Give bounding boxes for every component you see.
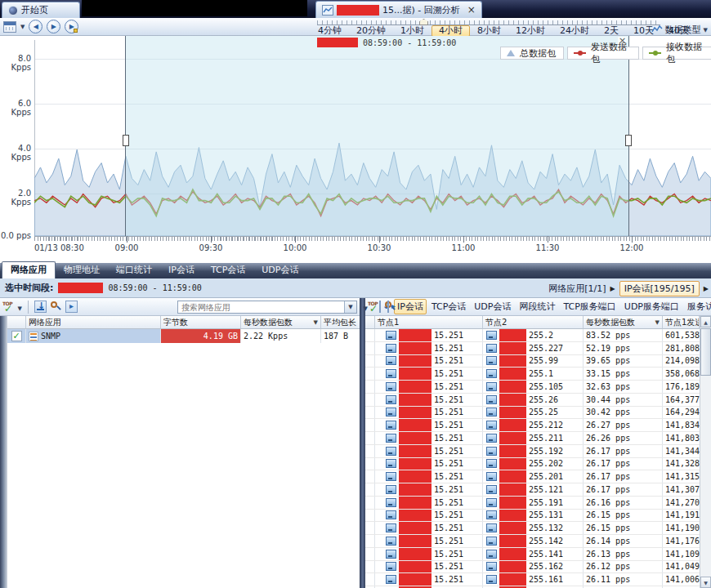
table-row[interactable]: 15.251255.20226.17 pps141,328 (365, 458, 700, 471)
view-tab-IP会话[interactable]: IP会话 (394, 299, 427, 314)
vertical-scrollbar[interactable]: ▲ ▼ (700, 316, 711, 588)
column-header[interactable]: 平均包长 (321, 316, 360, 329)
table-row[interactable]: 15.251255.14226.14 pps141,176 (365, 535, 700, 548)
table-row[interactable]: 15.251255.12126.17 pps141,307 (365, 483, 700, 497)
table-row[interactable]: 15.251255.2530.42 pps164,294 (365, 407, 700, 420)
export-icon[interactable] (65, 301, 78, 313)
table-row[interactable]: ✓ SNMP 4.19 GB 2.22 Kpps 187 B (7, 329, 360, 343)
data-type-control[interactable]: 数据类型 ▼ (651, 24, 708, 36)
table-row[interactable]: 15.251255.19126.16 pps141,270 (365, 497, 700, 510)
pps-cell: 33.15 pps (584, 368, 663, 380)
node2-address: 255.212 (529, 421, 563, 430)
time-range-button[interactable]: 1小时 (393, 25, 432, 37)
table-row[interactable]: 15.251255.21126.26 pps141,803 (365, 432, 700, 445)
section-tab-端口统计[interactable]: 端口统计 (108, 262, 160, 278)
close-icon[interactable]: × (467, 6, 476, 14)
section-tab-TCP会话[interactable]: TCP会话 (203, 262, 253, 278)
table-row[interactable]: 15.251255.20126.17 pps141,315 (365, 470, 700, 483)
tab-start-page[interactable]: 开始页 (2, 2, 80, 18)
section-tab-UDP会话[interactable]: UDP会话 (253, 262, 306, 278)
table-row[interactable]: 15.251255.283.52 pps601,538 (365, 329, 700, 342)
latest-button[interactable]: ▶ (65, 20, 78, 33)
download-icon[interactable] (379, 301, 381, 313)
legend-item[interactable]: 发送数据包 (567, 47, 639, 60)
legend-item[interactable]: 接收数据包 (642, 47, 711, 60)
column-header[interactable]: 字节数 (161, 316, 241, 329)
view-tab-TCP会话[interactable]: TCP会话 (428, 299, 469, 314)
column-header[interactable]: 网络应用 (26, 316, 161, 329)
breadcrumb-current[interactable]: IP会话[195/195] (619, 281, 700, 296)
tab-traceback-analysis[interactable]: 15...据) - 回溯分析 × (315, 1, 482, 18)
table-row[interactable]: 15.251255.9939.65 pps214,098 (365, 355, 700, 368)
search-input[interactable] (178, 303, 344, 312)
view-tab-UDP服务端口[interactable]: UDP服务端口 (621, 299, 682, 314)
time-range-button[interactable]: 12小时 (508, 25, 552, 37)
legend-item[interactable]: 总数据包 (500, 47, 564, 60)
selection-right-handle[interactable] (625, 135, 632, 146)
host-icon (386, 344, 396, 353)
breadcrumb-parent[interactable]: 网络应用[1/1] (548, 283, 606, 295)
view-tab-TCP服务端口[interactable]: TCP服务端口 (560, 299, 619, 314)
table-row[interactable]: 15.251255.16126.11 pps141,006 (365, 573, 700, 586)
node1-sent-cell: 141,307 (663, 483, 700, 496)
column-header[interactable]: 每秒数据包数▼ (584, 316, 663, 329)
time-range-button[interactable]: 24小时 (552, 25, 597, 37)
section-tab-网络应用[interactable]: 网络应用 (2, 261, 56, 278)
row-checkbox[interactable]: ✓ (11, 331, 22, 341)
download-icon[interactable] (34, 301, 47, 313)
row-selector-column-header[interactable] (365, 316, 375, 329)
time-selection-region[interactable]: 08:59:00 - 11:59:00 × (125, 36, 629, 236)
row-selector-cell (365, 432, 375, 444)
table-row[interactable]: 15.251255.2630.44 pps164,377 (365, 394, 700, 407)
major-tick (463, 236, 464, 243)
host-icon (486, 434, 497, 443)
redaction-box (499, 381, 526, 393)
time-range-button[interactable]: 8小时 (470, 25, 508, 37)
view-tab-服务访问[interactable]: 服务访问 (684, 299, 711, 314)
table-row[interactable]: 15.251255.16226.12 pps141,049 (365, 561, 700, 574)
search-icon[interactable] (50, 301, 62, 313)
view-tab-网段统计[interactable]: 网段统计 (516, 299, 558, 314)
top-filter-icon[interactable]: TOP✓▼ (2, 301, 22, 314)
selection-left-handle[interactable] (123, 135, 129, 146)
redaction-box (399, 573, 432, 586)
search-dropdown-arrow[interactable]: ▼ (344, 301, 356, 313)
table-row[interactable]: 15.251255.133.15 pps358,068 (365, 368, 700, 381)
table-row[interactable]: 15.251255.10532.63 pps176,189 (365, 381, 700, 394)
column-header[interactable]: 节点1发送 (663, 316, 700, 329)
time-range-button[interactable]: 4分钟 (311, 25, 349, 37)
calendar-icon[interactable] (3, 21, 16, 33)
table-row[interactable]: 15.251255.21226.27 pps141,834 (365, 419, 700, 432)
calendar-dropdown-arrow[interactable]: ▼ (20, 24, 25, 30)
next-button[interactable]: ▶ (47, 20, 60, 33)
host-icon (486, 485, 497, 494)
table-row[interactable]: 15.251255.13226.15 pps141,190 (365, 522, 700, 535)
scroll-up-icon[interactable]: ▲ (700, 316, 711, 327)
table-row[interactable]: 15.251255.22752.19 pps281,808 (365, 342, 700, 355)
export-icon[interactable] (387, 301, 389, 313)
view-tab-UDP会话[interactable]: UDP会话 (471, 299, 514, 314)
node1-address: 15.251 (434, 344, 463, 353)
scroll-down-icon[interactable]: ▼ (700, 577, 711, 588)
pps-cell: 83.52 pps (584, 329, 663, 341)
column-header[interactable]: 每秒数据包数▼ (241, 316, 321, 329)
section-tab-物理地址[interactable]: 物理地址 (56, 262, 108, 278)
prev-button[interactable]: ◀ (29, 20, 42, 33)
panel-splitter[interactable] (360, 298, 365, 588)
table-row[interactable]: 15.251255.19226.17 pps141,344 (365, 445, 700, 458)
scrollbar-thumb[interactable] (700, 328, 711, 376)
checkbox-column-header[interactable] (7, 316, 26, 329)
section-tab-IP会话[interactable]: IP会话 (160, 262, 203, 278)
search-combobox[interactable]: ▼ (177, 301, 357, 314)
row-selector-cell (365, 381, 375, 393)
row-selector-cell (365, 445, 375, 457)
redaction-box (499, 510, 526, 522)
column-header[interactable]: 节点2 (483, 316, 584, 329)
time-range-button[interactable]: 4小时 (432, 25, 470, 37)
table-row[interactable]: 15.251255.13126.15 pps141,191 (365, 510, 700, 523)
node1-address: 15.251 (434, 472, 463, 481)
column-header[interactable]: 节点1 (375, 316, 483, 329)
table-row[interactable]: 15.251255.14126.13 pps141,109 (365, 548, 700, 561)
row-selector-cell (365, 573, 375, 586)
time-range-button[interactable]: 20分钟 (349, 25, 393, 37)
